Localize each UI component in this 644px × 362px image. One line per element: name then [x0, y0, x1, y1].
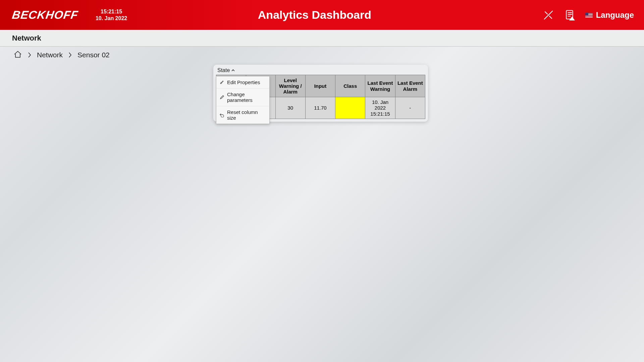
breadcrumb: Network Sensor 02: [0, 47, 644, 63]
chevron-right-icon: [28, 52, 32, 58]
column-context-menu: Edit Properties Change parameters Reset …: [216, 76, 270, 124]
col-header-last-warning[interactable]: Last Event Warning: [365, 75, 395, 97]
undo-icon: [220, 113, 224, 117]
page-title: Analytics Dashboard: [87, 8, 542, 21]
menu-reset-column-size[interactable]: Reset column size: [216, 106, 269, 124]
cell-input: 11.70: [305, 97, 335, 119]
cell-class: [335, 97, 365, 119]
col-header-input[interactable]: Input: [305, 75, 335, 97]
tools-icon[interactable]: [542, 9, 554, 21]
report-alert-icon[interactable]: [564, 9, 576, 21]
chevron-right-icon: [68, 52, 72, 58]
pencil-icon: [220, 95, 224, 100]
cell-last-warning: 10. Jan 2022 15:21:15: [365, 97, 395, 119]
chevron-up-icon: [231, 67, 235, 73]
cell-level: 30: [275, 97, 305, 119]
flag-icon: [585, 13, 593, 17]
subnav-item-network[interactable]: Network: [12, 34, 41, 43]
language-selector[interactable]: Language: [585, 10, 634, 20]
logo: BECKHOFF: [11, 8, 79, 21]
menu-edit-properties[interactable]: Edit Properties: [216, 76, 269, 88]
cell-last-alarm: -: [395, 97, 425, 119]
col-header-class[interactable]: Class: [335, 75, 365, 97]
breadcrumb-network[interactable]: Network: [37, 51, 63, 59]
menu-reset-label: Reset column size: [227, 109, 266, 121]
app-header: BECKHOFF 15:21:15 10. Jan 2022 Analytics…: [0, 0, 644, 30]
panel-title-row[interactable]: State: [216, 67, 425, 75]
col-header-last-alarm[interactable]: Last Event Alarm: [395, 75, 425, 97]
state-panel: State Edit Properties Change parameters: [213, 65, 428, 122]
menu-change-label: Change parameters: [227, 92, 266, 103]
breadcrumb-sensor[interactable]: Sensor 02: [77, 51, 110, 59]
home-icon[interactable]: [13, 50, 22, 60]
menu-change-parameters[interactable]: Change parameters: [216, 88, 269, 106]
panel-title: State: [217, 67, 230, 73]
language-label: Language: [596, 10, 634, 20]
wrench-icon: [220, 80, 224, 85]
col-header-level[interactable]: Level Warning / Alarm: [275, 75, 305, 97]
subnav-bar: Network: [0, 30, 644, 47]
menu-edit-label: Edit Properties: [227, 79, 260, 85]
header-actions: Language: [542, 9, 634, 21]
